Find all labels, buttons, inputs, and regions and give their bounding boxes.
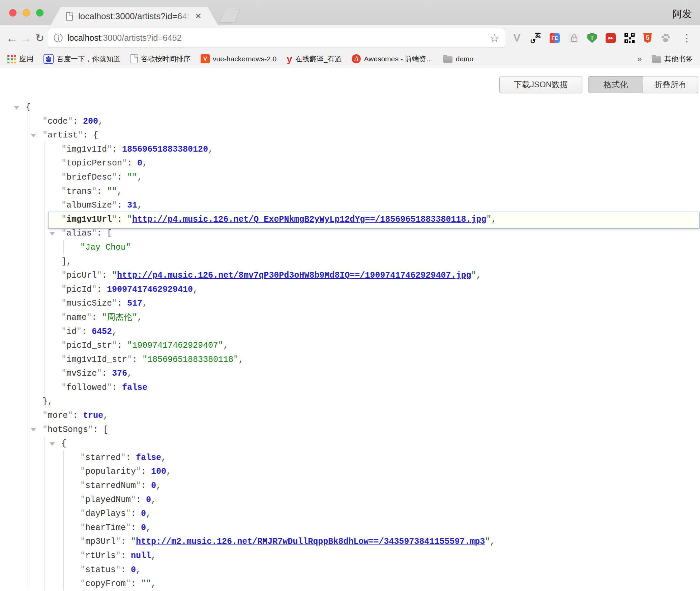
- json-token: ,: [490, 537, 495, 547]
- json-token: ,: [146, 523, 151, 533]
- json-token: trans: [66, 187, 92, 196]
- json-token: ,: [137, 313, 142, 322]
- json-line-content: "status": 0,: [80, 563, 141, 577]
- bookmark-item[interactable]: Vvue-hackernews-2.0: [201, 54, 276, 63]
- json-token: : {: [83, 130, 98, 140]
- vimium-extension-icon[interactable]: V: [512, 33, 522, 43]
- url-path: :3000/artists?id=6452: [101, 33, 182, 43]
- browser-menu-icon[interactable]: ⋮: [682, 25, 692, 51]
- json-token: briefDesc: [66, 173, 112, 182]
- extensions-row: V英↺FET▶▶5: [512, 25, 671, 51]
- json-token: ": [116, 537, 121, 547]
- page-icon: [130, 54, 138, 63]
- new-tab-button[interactable]: [219, 10, 240, 23]
- vue-icon: V: [201, 54, 210, 63]
- json-line-content: "hotSongs": [: [42, 423, 108, 437]
- person-extension-icon[interactable]: [568, 33, 579, 43]
- back-button[interactable]: ←: [5, 25, 20, 51]
- html5-extension-icon[interactable]: 5: [643, 33, 652, 43]
- collapse-triangle-icon[interactable]: [31, 134, 36, 137]
- folder-icon: [652, 56, 661, 63]
- json-token: :: [131, 509, 141, 519]
- collapse-triangle-icon[interactable]: [14, 106, 19, 110]
- collapse-triangle-icon[interactable]: [31, 428, 36, 432]
- json-line-content: {: [26, 100, 31, 115]
- bookmark-label: 谷歌按时间排序: [141, 54, 191, 64]
- collapse-triangle-icon[interactable]: [50, 442, 55, 446]
- bookmark-item[interactable]: AAwesomes - 前端资…: [352, 54, 433, 64]
- window-minimize-button[interactable]: [23, 9, 30, 17]
- profile-name[interactable]: 阿发: [672, 7, 692, 21]
- json-line: },: [0, 395, 700, 409]
- json-token: ": [112, 215, 117, 224]
- json-line: "topicPerson": 0,: [0, 156, 700, 170]
- json-token: ": [126, 579, 131, 589]
- json-token: "周杰伦": [102, 313, 137, 322]
- json-token: :: [117, 200, 127, 210]
- window-close-button[interactable]: [9, 9, 17, 17]
- other-bookmarks[interactable]: 其他书签: [652, 54, 693, 64]
- json-link[interactable]: http://m2.music.126.net/RMJR7wDullRqppBk…: [136, 537, 485, 547]
- collapse-triangle-icon[interactable]: [50, 232, 55, 236]
- bookmark-item[interactable]: 谷歌按时间排序: [130, 54, 191, 64]
- json-token: ": [127, 215, 132, 224]
- download-json-button[interactable]: 下载JSON数据: [499, 76, 582, 93]
- site-info-icon[interactable]: ⓘ: [54, 32, 63, 44]
- video-downloader-extension-icon[interactable]: ▶▶: [606, 33, 616, 43]
- json-token: ": [61, 145, 66, 154]
- json-token: :: [73, 117, 83, 126]
- json-line-content: "more": true,: [42, 409, 108, 423]
- json-line: "followed": false: [0, 381, 700, 395]
- json-token: :: [117, 173, 127, 182]
- forward-button[interactable]: →: [18, 25, 33, 51]
- json-line: "artist": {: [0, 128, 700, 143]
- reload-button[interactable]: ↻: [32, 25, 47, 51]
- address-bar[interactable]: ⓘ localhost :3000/artists?id=6452 ☆: [48, 28, 505, 48]
- json-token: "": [141, 579, 151, 589]
- json-line-content: "code": 200,: [42, 115, 103, 129]
- format-button[interactable]: 格式化: [588, 76, 643, 93]
- json-link[interactable]: http://p4.music.126.net/Q_ExePNkmgB2yWyL…: [132, 215, 486, 224]
- json-line: {: [0, 100, 700, 115]
- json-token: ": [136, 481, 141, 491]
- json-token: ": [61, 271, 66, 280]
- json-token: 18569651883380120: [122, 145, 208, 154]
- tab-close-icon[interactable]: ✕: [195, 12, 202, 20]
- json-token: ": [78, 130, 83, 140]
- json-line: "Jay Chou": [0, 241, 700, 255]
- bookmark-item[interactable]: 百度一下，你就知道: [43, 54, 120, 64]
- json-token: starredNum: [85, 481, 136, 491]
- json-token: ": [112, 271, 117, 280]
- json-token: ,: [112, 327, 117, 337]
- bookmark-label: 在线翻译_有道: [295, 54, 342, 64]
- json-link[interactable]: http://p4.music.126.net/8mv7qP30Pd3oHW8b…: [117, 271, 471, 280]
- json-line: "hotSongs": [: [0, 423, 700, 437]
- paw-extension-icon[interactable]: [661, 33, 671, 43]
- json-token: ,: [208, 145, 213, 154]
- shield-extension-icon[interactable]: T: [587, 33, 597, 43]
- json-token: ,: [127, 369, 132, 378]
- json-token: ": [80, 579, 85, 589]
- json-token: ,: [117, 187, 122, 196]
- json-token: ,: [151, 495, 156, 505]
- bookmark-item[interactable]: demo: [443, 55, 473, 63]
- bookmarks-overflow-chevron[interactable]: »: [637, 54, 642, 64]
- json-line-content: "id": 6452,: [61, 325, 117, 339]
- bookmark-star-icon[interactable]: ☆: [490, 32, 499, 44]
- bookmark-item[interactable]: y在线翻译_有道: [287, 54, 342, 64]
- json-token: :: [82, 327, 92, 337]
- translate-extension-icon[interactable]: 英↺: [531, 33, 541, 43]
- bookmark-item[interactable]: 应用: [7, 54, 33, 64]
- active-tab[interactable]: localhost:3000/artists?id=645 ✕: [51, 7, 218, 25]
- json-token: "Jay Chou": [80, 243, 131, 252]
- json-token: ": [77, 327, 82, 337]
- qr-code-extension-icon[interactable]: [624, 33, 635, 43]
- json-token: ": [97, 369, 102, 378]
- json-token: ,: [98, 117, 103, 126]
- json-token: ,: [137, 173, 142, 182]
- window-zoom-button[interactable]: [36, 9, 43, 17]
- fe-extension-icon[interactable]: FE: [550, 33, 560, 43]
- json-line-content: "starredNum": 0,: [80, 479, 161, 493]
- json-token: ": [88, 425, 93, 435]
- collapse-all-button[interactable]: 折叠所有: [643, 76, 698, 93]
